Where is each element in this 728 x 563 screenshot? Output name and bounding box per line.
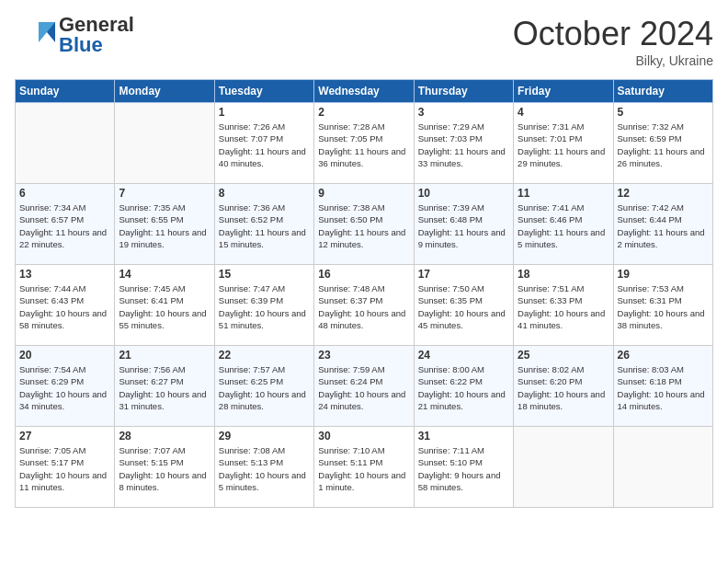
day-info: Sunrise: 7:28 AM Sunset: 7:05 PM Dayligh… (318, 121, 409, 169)
day-info: Sunrise: 7:44 AM Sunset: 6:43 PM Dayligh… (19, 282, 110, 331)
day-number: 6 (19, 187, 110, 200)
day-info: Sunrise: 7:42 AM Sunset: 6:44 PM Dayligh… (618, 201, 709, 250)
calendar-day-cell: 15Sunrise: 7:47 AM Sunset: 6:39 PM Dayli… (214, 265, 313, 346)
day-number: 20 (19, 349, 110, 362)
day-number: 3 (418, 106, 509, 119)
day-info: Sunrise: 7:47 AM Sunset: 6:39 PM Dayligh… (219, 282, 310, 331)
day-of-week-header: Friday (514, 80, 613, 103)
calendar-day-cell: 22Sunrise: 7:57 AM Sunset: 6:25 PM Dayli… (214, 346, 313, 427)
day-number: 13 (19, 268, 110, 281)
day-number: 17 (418, 268, 509, 281)
day-info: Sunrise: 7:51 AM Sunset: 6:33 PM Dayligh… (518, 282, 609, 331)
calendar-week-row: 27Sunrise: 7:05 AM Sunset: 5:17 PM Dayli… (16, 427, 713, 508)
calendar-day-cell: 26Sunrise: 8:03 AM Sunset: 6:18 PM Dayli… (613, 346, 712, 427)
page-header: GeneralBlue October 2024 Bilky, Ukraine (15, 15, 713, 68)
calendar-day-cell: 6Sunrise: 7:34 AM Sunset: 6:57 PM Daylig… (16, 184, 115, 265)
svg-rect-0 (15, 15, 55, 55)
day-number: 18 (518, 268, 609, 281)
day-info: Sunrise: 7:38 AM Sunset: 6:50 PM Dayligh… (318, 201, 409, 250)
day-number: 4 (518, 106, 609, 119)
calendar-day-cell: 9Sunrise: 7:38 AM Sunset: 6:50 PM Daylig… (314, 184, 414, 265)
calendar-day-cell: 23Sunrise: 7:59 AM Sunset: 6:24 PM Dayli… (314, 346, 414, 427)
calendar-day-cell: 12Sunrise: 7:42 AM Sunset: 6:44 PM Dayli… (613, 184, 712, 265)
day-number: 21 (119, 349, 210, 362)
day-number: 24 (418, 349, 509, 362)
day-info: Sunrise: 7:10 AM Sunset: 5:11 PM Dayligh… (318, 444, 409, 493)
day-number: 28 (119, 430, 210, 442)
title-block: October 2024 Bilky, Ukraine (513, 15, 713, 68)
calendar-day-cell: 8Sunrise: 7:36 AM Sunset: 6:52 PM Daylig… (214, 184, 313, 265)
calendar-day-cell: 17Sunrise: 7:50 AM Sunset: 6:35 PM Dayli… (414, 265, 513, 346)
day-number: 12 (618, 187, 709, 200)
logo-icon (15, 15, 55, 55)
calendar-header-row: SundayMondayTuesdayWednesdayThursdayFrid… (16, 80, 713, 103)
calendar-day-cell: 24Sunrise: 8:00 AM Sunset: 6:22 PM Dayli… (414, 346, 513, 427)
day-number: 22 (219, 349, 310, 362)
day-number: 1 (219, 106, 310, 119)
day-number: 15 (219, 268, 310, 281)
day-number: 2 (318, 106, 409, 119)
calendar-day-cell: 4Sunrise: 7:31 AM Sunset: 7:01 PM Daylig… (514, 103, 613, 184)
calendar-day-cell: 28Sunrise: 7:07 AM Sunset: 5:15 PM Dayli… (115, 427, 214, 508)
day-number: 7 (119, 187, 210, 200)
day-number: 29 (219, 430, 310, 442)
day-number: 23 (318, 349, 409, 362)
day-number: 11 (518, 187, 609, 200)
day-info: Sunrise: 8:03 AM Sunset: 6:18 PM Dayligh… (618, 363, 709, 412)
calendar-day-cell (115, 103, 214, 184)
day-info: Sunrise: 7:50 AM Sunset: 6:35 PM Dayligh… (418, 282, 509, 331)
day-info: Sunrise: 7:32 AM Sunset: 6:59 PM Dayligh… (618, 121, 709, 169)
calendar-day-cell: 25Sunrise: 8:02 AM Sunset: 6:20 PM Dayli… (514, 346, 613, 427)
day-number: 30 (318, 430, 409, 442)
day-info: Sunrise: 7:29 AM Sunset: 7:03 PM Dayligh… (418, 121, 509, 169)
month-title: October 2024 (513, 15, 713, 53)
calendar-day-cell: 7Sunrise: 7:35 AM Sunset: 6:55 PM Daylig… (115, 184, 214, 265)
calendar-table: SundayMondayTuesdayWednesdayThursdayFrid… (15, 79, 713, 508)
calendar-week-row: 1Sunrise: 7:26 AM Sunset: 7:07 PM Daylig… (16, 103, 713, 184)
calendar-day-cell (16, 103, 115, 184)
day-info: Sunrise: 7:53 AM Sunset: 6:31 PM Dayligh… (618, 282, 709, 331)
day-of-week-header: Sunday (16, 80, 115, 103)
day-number: 14 (119, 268, 210, 281)
calendar-day-cell: 31Sunrise: 7:11 AM Sunset: 5:10 PM Dayli… (414, 427, 513, 508)
day-of-week-header: Monday (115, 80, 214, 103)
day-info: Sunrise: 7:31 AM Sunset: 7:01 PM Dayligh… (518, 121, 609, 169)
day-info: Sunrise: 7:54 AM Sunset: 6:29 PM Dayligh… (19, 363, 110, 412)
calendar-day-cell: 10Sunrise: 7:39 AM Sunset: 6:48 PM Dayli… (414, 184, 513, 265)
day-info: Sunrise: 7:56 AM Sunset: 6:27 PM Dayligh… (119, 363, 210, 412)
calendar-week-row: 6Sunrise: 7:34 AM Sunset: 6:57 PM Daylig… (16, 184, 713, 265)
day-number: 26 (618, 349, 709, 362)
day-info: Sunrise: 7:48 AM Sunset: 6:37 PM Dayligh… (318, 282, 409, 331)
location: Bilky, Ukraine (513, 53, 713, 68)
day-info: Sunrise: 7:08 AM Sunset: 5:13 PM Dayligh… (219, 444, 310, 493)
calendar-day-cell: 13Sunrise: 7:44 AM Sunset: 6:43 PM Dayli… (16, 265, 115, 346)
day-number: 9 (318, 187, 409, 200)
day-number: 19 (618, 268, 709, 281)
logo: GeneralBlue (15, 15, 134, 55)
day-info: Sunrise: 7:11 AM Sunset: 5:10 PM Dayligh… (418, 444, 509, 493)
calendar-day-cell: 29Sunrise: 7:08 AM Sunset: 5:13 PM Dayli… (214, 427, 313, 508)
calendar-day-cell: 2Sunrise: 7:28 AM Sunset: 7:05 PM Daylig… (314, 103, 414, 184)
day-info: Sunrise: 7:41 AM Sunset: 6:46 PM Dayligh… (518, 201, 609, 250)
day-info: Sunrise: 7:57 AM Sunset: 6:25 PM Dayligh… (219, 363, 310, 412)
day-info: Sunrise: 7:07 AM Sunset: 5:15 PM Dayligh… (119, 444, 210, 493)
day-info: Sunrise: 7:59 AM Sunset: 6:24 PM Dayligh… (318, 363, 409, 412)
calendar-day-cell: 14Sunrise: 7:45 AM Sunset: 6:41 PM Dayli… (115, 265, 214, 346)
day-number: 31 (418, 430, 509, 442)
calendar-day-cell: 16Sunrise: 7:48 AM Sunset: 6:37 PM Dayli… (314, 265, 414, 346)
calendar-week-row: 20Sunrise: 7:54 AM Sunset: 6:29 PM Dayli… (16, 346, 713, 427)
day-of-week-header: Saturday (613, 80, 712, 103)
logo-text: GeneralBlue (59, 13, 134, 56)
day-info: Sunrise: 7:34 AM Sunset: 6:57 PM Dayligh… (19, 201, 110, 250)
day-number: 8 (219, 187, 310, 200)
calendar-day-cell: 11Sunrise: 7:41 AM Sunset: 6:46 PM Dayli… (514, 184, 613, 265)
calendar-day-cell (613, 427, 712, 508)
calendar-day-cell: 19Sunrise: 7:53 AM Sunset: 6:31 PM Dayli… (613, 265, 712, 346)
calendar-day-cell: 21Sunrise: 7:56 AM Sunset: 6:27 PM Dayli… (115, 346, 214, 427)
day-info: Sunrise: 7:39 AM Sunset: 6:48 PM Dayligh… (418, 201, 509, 250)
day-info: Sunrise: 7:36 AM Sunset: 6:52 PM Dayligh… (219, 201, 310, 250)
day-info: Sunrise: 7:45 AM Sunset: 6:41 PM Dayligh… (119, 282, 210, 331)
calendar-day-cell: 20Sunrise: 7:54 AM Sunset: 6:29 PM Dayli… (16, 346, 115, 427)
calendar-day-cell: 27Sunrise: 7:05 AM Sunset: 5:17 PM Dayli… (16, 427, 115, 508)
day-of-week-header: Tuesday (214, 80, 313, 103)
